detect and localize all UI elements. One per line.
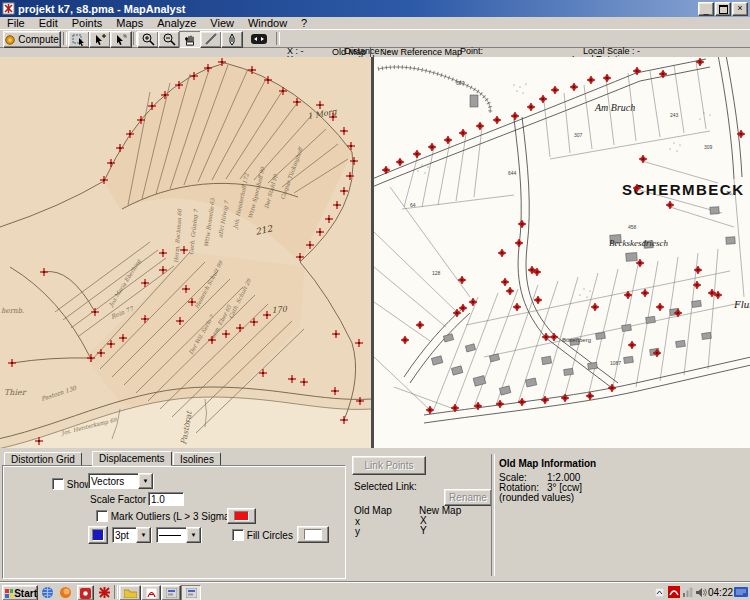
tray-volume-icon[interactable]: [694, 585, 707, 599]
map-label: 128: [432, 270, 441, 276]
tab-distortion-grid[interactable]: Distortion Grid: [4, 452, 82, 466]
compute-button[interactable]: Compute: [3, 31, 61, 48]
clock[interactable]: 04:22: [708, 587, 733, 598]
mapanalyst-window: projekt k7, s8.pma - MapAnalyst _ × File…: [0, 0, 750, 600]
map-label: 64: [410, 202, 416, 208]
menu-help[interactable]: ?: [294, 17, 314, 29]
taskbar-folder-window-button[interactable]: [119, 585, 141, 600]
zoom-in-tool[interactable]: [137, 31, 159, 48]
map-label: 243: [670, 112, 679, 118]
line-width-dropdown[interactable]: 3pt ▼: [112, 527, 152, 543]
scale-factor-label: Scale Factor: [90, 494, 146, 505]
analysis-panel: Distortion Grid Displacements Isolines S…: [0, 448, 750, 582]
show-checkbox-row: Show: [52, 478, 92, 490]
taskbar-acrobat-window-button[interactable]: [141, 585, 161, 600]
old-y-label: y: [355, 526, 360, 537]
fill-color-swatch: [304, 529, 322, 540]
mark-outliers-label: Mark Outliers (L > 3 Sigma): [111, 511, 233, 522]
new-y-label: Y: [420, 525, 427, 536]
link-points-button[interactable]: Link Points: [352, 456, 426, 475]
menu-bar: File Edit Points Maps Analyze View Windo…: [0, 17, 750, 30]
vector-type-dropdown[interactable]: Vectors ▼: [88, 473, 154, 489]
map-label: hernb.: [1, 307, 24, 315]
map-label: Flur: [733, 298, 750, 310]
show-all-points-button[interactable]: [248, 31, 270, 46]
tray-antivirus-icon[interactable]: [667, 585, 680, 599]
old-map-canvas[interactable]: 1 Morg212170PastoratThierhernb.Der Stahl…: [0, 57, 371, 448]
fit-points-icon: [250, 33, 268, 45]
taskbar-app-window-button[interactable]: [161, 585, 181, 600]
move-point-tool[interactable]: [89, 31, 111, 48]
map-label: Thier: [4, 388, 27, 397]
quick-launch-mapanalyst-icon[interactable]: [97, 585, 112, 599]
select-rect-icon: [72, 34, 86, 46]
tray-keyboard-layout-icon[interactable]: [733, 585, 748, 599]
add-point-tool[interactable]: [110, 31, 132, 48]
app-icon: [2, 2, 15, 15]
mark-outliers-checkbox[interactable]: [96, 510, 108, 522]
measure-tool[interactable]: [200, 31, 222, 48]
fill-color-button[interactable]: [297, 526, 329, 543]
menu-file[interactable]: File: [0, 17, 32, 29]
chevron-down-icon: ▼: [138, 473, 153, 489]
map-label: 309: [704, 144, 713, 150]
old-map-pane-title: Old Map: [0, 47, 372, 57]
menu-analyze[interactable]: Analyze: [150, 17, 203, 29]
tab-isolines[interactable]: Isolines: [173, 452, 221, 466]
scale-factor-input[interactable]: [148, 492, 184, 506]
new-map-pane-title: New Reference Map: [376, 47, 462, 57]
menu-maps[interactable]: Maps: [109, 17, 150, 29]
pen-tool[interactable]: [221, 31, 243, 48]
zoom-in-icon: [141, 33, 155, 46]
tray-hide-icons-button[interactable]: [653, 585, 665, 599]
minimize-button[interactable]: _: [698, 2, 714, 16]
start-button[interactable]: Start: [2, 585, 38, 600]
pan-tool[interactable]: [179, 31, 201, 48]
compute-icon: [5, 35, 15, 45]
quick-launch-media-icon[interactable]: [77, 585, 94, 600]
menu-points[interactable]: Points: [65, 17, 110, 29]
map-label: Beckskesdriesch: [609, 238, 668, 248]
tray-signal-icon[interactable]: [681, 585, 694, 599]
menu-window[interactable]: Window: [241, 17, 294, 29]
ruler-pen-icon: [204, 33, 218, 46]
show-checkbox[interactable]: [52, 478, 64, 490]
fill-circles-checkbox[interactable]: [232, 529, 244, 541]
map-area: 1 Morg212170PastoratThierhernb.Der Stahl…: [0, 57, 750, 448]
chevron-down-icon: ▼: [136, 527, 151, 543]
close-button[interactable]: ×: [732, 2, 748, 16]
fill-circles-label: Fill Circles: [247, 530, 293, 541]
solid-line-sample: [159, 535, 181, 536]
vector-color-swatch: [92, 529, 104, 541]
select-points-tool[interactable]: [68, 31, 90, 48]
map-label: 458: [628, 224, 637, 230]
quick-launch-firefox-icon[interactable]: [58, 585, 73, 599]
outlier-color-button[interactable]: [227, 508, 256, 524]
rename-button[interactable]: Rename: [444, 489, 492, 506]
taskbar-app-window-button-active[interactable]: [181, 585, 201, 600]
chevron-down-icon: ▼: [186, 527, 201, 543]
rounded-values-note: (rounded values): [499, 492, 574, 503]
map-label: Am Bruch: [594, 102, 635, 113]
map-label: 170: [271, 304, 288, 315]
zoom-out-icon: [162, 33, 176, 46]
windows-logo-icon: [5, 589, 13, 598]
map-label: 1087: [610, 360, 621, 366]
title-bar[interactable]: projekt k7, s8.pma - MapAnalyst _ ×: [0, 0, 750, 17]
map-label: 16,4: [726, 190, 736, 196]
quick-launch-browser-icon[interactable]: [40, 585, 55, 599]
fill-circles-row: Fill Circles: [232, 529, 293, 541]
line-style-dropdown[interactable]: ▼: [156, 527, 202, 543]
new-reference-map-canvas[interactable]: Am BruchSCHERMBECK16,4BeckskesdrieschBüs…: [374, 57, 750, 448]
tab-displacements[interactable]: Displacements: [92, 451, 172, 466]
restore-button[interactable]: [715, 2, 731, 16]
selected-link-label: Selected Link:: [354, 481, 417, 492]
hand-icon: [183, 33, 197, 46]
selected-link-old-map-col: Old Map: [354, 505, 392, 516]
map-label: 697: [456, 80, 465, 86]
menu-edit[interactable]: Edit: [32, 17, 65, 29]
vector-color-button[interactable]: [88, 526, 108, 544]
window-title: projekt k7, s8.pma - MapAnalyst: [18, 3, 186, 15]
zoom-out-tool[interactable]: [158, 31, 180, 48]
menu-view[interactable]: View: [203, 17, 241, 29]
